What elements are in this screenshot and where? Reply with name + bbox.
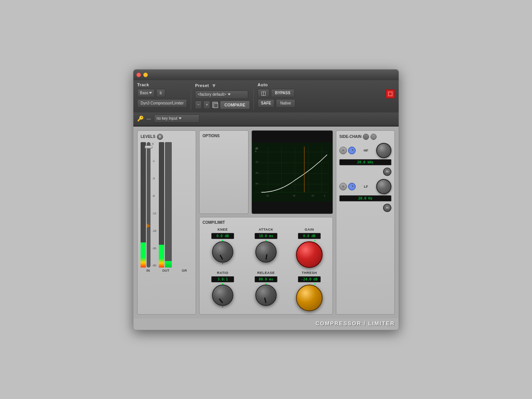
thresh-display[interactable]: -24.0 dB [298,276,321,282]
comp-panel: COMP/LIMIT KNEE 0.0 dB [199,217,333,315]
preset-copy-button[interactable] [212,101,218,109]
in-label: IN [146,269,150,272]
copy-icon [212,102,218,108]
bottom-bar: COMPRESSOR / LIMITER [133,318,399,330]
record-icon [388,92,393,96]
track-dropdown-icon [149,92,152,94]
knee-section: KNEE 0.0 dB [203,228,243,268]
native-button[interactable]: Native [276,99,295,108]
meters: 0 -1 -3 -6 -12 -18 -30 -60 [141,142,193,268]
gain-knob[interactable] [296,241,323,268]
svg-text:-20: -20 [255,161,258,163]
knee-knob[interactable] [212,241,233,263]
gain-display[interactable]: 0.0 dB [298,233,321,239]
fader-thumb[interactable] [145,146,152,149]
lf-filter-section: Λ ◔ LF 20.0 Hz [339,179,391,201]
copy-to-button[interactable]: ◫ [258,89,269,97]
track-label: Track [137,82,187,87]
hf-bell-button[interactable]: Λ [339,147,347,154]
in-meter-fill [141,242,146,268]
sidechain-key-icon[interactable] [363,134,369,140]
arrow-icon: — [147,116,151,121]
comp-title: COMP/LIMIT [203,220,329,225]
key-input-bar: 🔑 — no key Input [133,112,399,127]
ratio-label: RATIO [217,271,228,275]
hf-in-button[interactable]: IN [383,168,391,176]
attack-label: ATTACK [259,228,274,231]
graph-panel: dB 0 -20 -40 -60 -60 -40 -20 0 [252,130,333,214]
out-label: OUT [162,269,169,272]
ratio-display[interactable]: 3.0:1 [211,276,234,282]
options-panel: OPTIONS [199,130,249,214]
hf-filter-section: Λ ◔ HF 20.0 kHz [339,143,391,165]
scale: 0 -1 -3 -6 -12 -18 -30 -60 [151,142,157,268]
lf-bell-button[interactable]: Λ [339,183,347,190]
minimize-button[interactable] [143,73,148,77]
levels-title: LEVELS ϕ [141,134,193,140]
svg-text:-40: -40 [255,171,258,174]
svg-text:0: 0 [255,150,256,152]
hf-label: HF [364,149,368,152]
track-select[interactable]: Bass [137,89,155,97]
out-meter [159,142,164,268]
svg-text:-40: -40 [292,194,295,196]
ratio-section: RATIO 3.0:1 [203,271,243,311]
record-button[interactable] [386,89,395,98]
release-display[interactable]: 80.0 ms [255,276,277,282]
preset-section: Preset ▼ <factory default> − + COMPARE [195,82,249,109]
lf-shelf-button[interactable]: ◔ [348,183,356,190]
track-b-button[interactable]: b [156,89,165,97]
preset-dropdown-icon [228,93,231,95]
hf-knob[interactable] [376,143,391,158]
ratio-knob[interactable] [212,285,233,306]
release-knob[interactable] [255,285,277,306]
key-input-dropdown-icon [179,117,182,119]
track-name: Bass [140,91,148,95]
gain-label: GAIN [305,228,314,231]
gain-section: GAIN 0.0 dB [289,228,329,268]
lf-knob[interactable] [376,179,391,194]
thresh-section: THRESH -24.0 dB [289,271,329,311]
knee-display[interactable]: 0.0 dB [211,233,234,239]
svg-text:0: 0 [324,194,325,196]
options-title: OPTIONS [203,134,245,138]
preset-plus-button[interactable]: + [203,101,210,109]
sidechain-toggle-icon[interactable] [370,134,377,140]
meter-labels: IN OUT GR [141,269,193,272]
safe-button[interactable]: SAFE [258,99,275,108]
out-meter-fill [159,245,164,267]
plugin-body: LEVELS ϕ 0 -1 -3 -6 -12 [133,127,399,318]
hf-display[interactable]: 20.0 kHz [339,159,391,165]
lf-label: LF [364,185,368,188]
bypass-button[interactable]: BYPASS [271,89,294,97]
lf-display[interactable]: 20.0 Hz [339,195,391,201]
in-meter [141,142,146,268]
preset-minus-button[interactable]: − [195,101,202,109]
auto-label: Auto [258,82,295,87]
header-bar: Track Bass b Dyn3 Compressor/Limiter Pre… [133,80,399,112]
close-button[interactable] [136,73,141,77]
gr-meter [165,142,172,268]
plugin-name-display: Dyn3 Compressor/Limiter [137,99,187,108]
thresh-label: THRESH [302,271,317,275]
release-label: RELEASE [257,271,275,275]
lf-filter-controls: Λ ◔ LF [339,179,391,194]
phase-button[interactable]: ϕ [157,134,163,140]
key-input-label: no key Input [157,116,177,120]
lf-in-button[interactable]: IN [383,204,391,212]
key-input-select[interactable]: no key Input [154,114,200,123]
sidechain-title: SIDE-CHAIN [339,134,391,140]
attack-knob[interactable] [255,241,277,263]
attack-display[interactable]: 10.0 ms [255,233,277,239]
thresh-knob[interactable] [296,285,323,311]
svg-text:-20: -20 [311,194,314,196]
hf-shelf-button[interactable]: ◔ [348,147,356,154]
compare-button[interactable]: COMPARE [220,101,249,109]
plugin-window: Track Bass b Dyn3 Compressor/Limiter Pre… [133,69,399,330]
knee-label: KNEE [217,228,228,231]
preset-select[interactable]: <factory default> [195,90,248,99]
fader[interactable] [147,142,150,268]
svg-text:-60: -60 [255,182,258,184]
middle-section: OPTIONS [199,130,333,315]
levels-panel: LEVELS ϕ 0 -1 -3 -6 -12 [137,130,196,315]
